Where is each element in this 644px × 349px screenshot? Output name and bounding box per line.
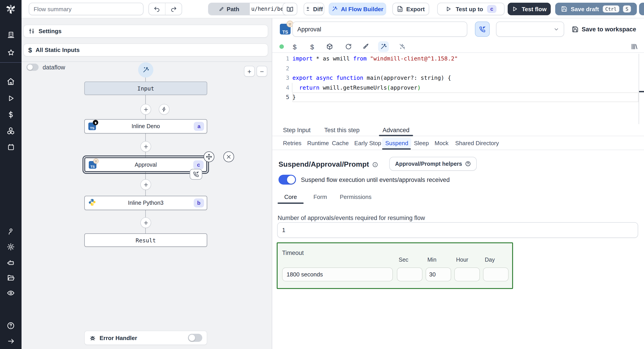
approval-phone-badge[interactable] — [190, 169, 202, 180]
save-to-workspace-button[interactable]: Save to workspace — [572, 21, 636, 37]
flow-node-input[interactable]: Input — [84, 81, 207, 95]
timeout-day-input[interactable] — [483, 268, 508, 281]
timeout-hour-label: Hour — [456, 257, 468, 263]
ai-builder-node-button[interactable] — [138, 62, 154, 77]
path-control[interactable]: Path u/henri/bes — [208, 3, 289, 15]
phone-incoming-icon — [479, 26, 486, 32]
format-button[interactable] — [360, 41, 371, 52]
tab-mock[interactable]: Mock — [432, 138, 452, 148]
tab-advanced-active[interactable]: Advanced — [382, 124, 410, 136]
schedules-calendar-icon[interactable] — [0, 140, 22, 154]
help-icon[interactable] — [0, 319, 22, 333]
zoom-out-button[interactable]: − — [256, 66, 267, 77]
error-handler-row[interactable]: Error Handler — [84, 331, 207, 345]
flow-node-step-c-selected[interactable]: TS Approval c — [84, 157, 207, 172]
tab-cache[interactable]: Cache — [329, 138, 352, 148]
variable-picker-button[interactable]: $ — [289, 41, 300, 52]
suspend-enable-toggle[interactable] — [278, 175, 296, 185]
windmill-logo-icon[interactable] — [0, 2, 22, 16]
tab-suspend-active[interactable]: Suspend — [382, 138, 412, 148]
collapse-arrow-icon[interactable] — [0, 334, 22, 348]
docs-book-button[interactable] — [282, 3, 297, 15]
tab-runtime[interactable]: Runtime — [304, 138, 332, 148]
flow-summary-input[interactable] — [29, 3, 144, 15]
home-icon[interactable] — [0, 75, 22, 88]
code-editor[interactable]: 12345 import * as wmill from "windmill-c… — [272, 54, 639, 124]
reload-button[interactable] — [343, 41, 354, 52]
script-version-select[interactable] — [496, 21, 564, 37]
tab-form[interactable]: Form — [309, 191, 332, 203]
variables-dollar-icon[interactable] — [0, 108, 22, 121]
workers-robot-icon[interactable] — [0, 256, 22, 269]
step-name-input[interactable] — [292, 21, 467, 37]
tab-test-this-step[interactable]: Test this step — [324, 124, 360, 136]
timeout-hour-input[interactable] — [454, 268, 480, 281]
resource-picker-button[interactable]: $ — [307, 41, 318, 52]
code-line[interactable]: import * as wmill from "windmill-client@… — [292, 54, 638, 63]
flow-node-step-b[interactable]: Inline Python3 b — [84, 196, 207, 210]
error-handler-toggle[interactable] — [188, 334, 202, 342]
code-line[interactable]: export async function main(approver?: st… — [292, 73, 638, 83]
ai-gen-off-button[interactable] — [397, 41, 408, 52]
code-line[interactable]: return wmill.getResumeUrls(approver) — [292, 83, 638, 92]
timeout-sec-input[interactable] — [397, 268, 422, 281]
approval-prompt-helpers-button[interactable]: Approval/Prompt helpers — [389, 157, 477, 171]
undo-button[interactable] — [149, 3, 165, 15]
flow-settings-row[interactable]: Settings — [23, 25, 268, 38]
timeout-total-input[interactable] — [282, 268, 393, 281]
test-flow-button[interactable]: Test flow — [508, 3, 551, 15]
suspend-phone-button[interactable] — [475, 21, 490, 37]
code-token — [312, 74, 316, 81]
tab-early-stop[interactable]: Early Stop — [351, 138, 384, 148]
approvals-count-input[interactable] — [277, 222, 638, 238]
resources-cubes-icon[interactable] — [0, 124, 22, 138]
tab-retries[interactable]: Retries — [280, 138, 304, 148]
users-icon[interactable] — [0, 224, 22, 238]
insert-step-button[interactable] — [140, 179, 151, 190]
dataflow-label: dataflow — [42, 64, 65, 71]
dataflow-toggle[interactable] — [26, 64, 38, 71]
code-line[interactable]: } — [292, 92, 638, 102]
test-up-to-button[interactable]: Test up to c — [437, 3, 504, 15]
save-draft-button[interactable]: Save draft Ctrl S — [555, 3, 637, 15]
settings-gear-icon[interactable] — [0, 240, 22, 254]
all-static-inputs-row[interactable]: $ All Static Inputs — [23, 43, 268, 56]
audit-eye-icon[interactable] — [0, 286, 22, 300]
info-icon[interactable] — [372, 161, 378, 167]
diff-button[interactable]: Diff — [304, 3, 324, 15]
code-token — [333, 74, 336, 81]
move-node-button[interactable] — [204, 151, 214, 162]
workspace-icon[interactable] — [0, 28, 22, 41]
folders-icon[interactable] — [0, 271, 22, 285]
flow-node-step-a[interactable]: TS Inline Deno a — [84, 119, 207, 133]
timeout-min-input[interactable] — [426, 268, 451, 281]
suspend-subtabs: Core Form Permissions — [272, 191, 644, 204]
tab-permissions[interactable]: Permissions — [337, 191, 374, 203]
flow-node-result[interactable]: Result — [84, 233, 207, 247]
code-token: export — [292, 74, 312, 81]
redo-button[interactable] — [166, 3, 182, 15]
trigger-bolt-button[interactable] — [159, 104, 170, 115]
tab-step-input[interactable]: Step Input — [283, 124, 310, 136]
insert-step-button[interactable] — [140, 217, 151, 228]
step-editor-panel: TS Save to workspace $ $ — [272, 18, 644, 349]
library-button[interactable] — [629, 41, 640, 52]
favorites-star-icon[interactable] — [0, 46, 22, 59]
zoom-in-button[interactable]: + — [244, 66, 255, 77]
ai-assist-button[interactable] — [378, 41, 389, 52]
tab-shared-directory[interactable]: Shared Directory — [452, 138, 502, 148]
delete-node-button[interactable] — [223, 151, 234, 162]
tab-sleep[interactable]: Sleep — [411, 138, 432, 148]
runs-play-icon[interactable] — [0, 91, 22, 105]
insert-step-button[interactable] — [140, 141, 151, 152]
chevron-down-icon — [554, 26, 559, 32]
export-button[interactable]: Export — [392, 3, 429, 15]
test-flow-label: Test flow — [522, 5, 547, 12]
code-line[interactable] — [292, 63, 638, 73]
path-edit-segment[interactable]: Path — [208, 3, 250, 15]
deploy-button-partial[interactable] — [639, 3, 644, 15]
package-button[interactable] — [324, 41, 335, 52]
tab-core-active[interactable]: Core — [278, 191, 304, 203]
insert-step-button[interactable] — [140, 104, 151, 115]
ai-flow-builder-button[interactable]: AI Flow Builder — [329, 3, 386, 15]
